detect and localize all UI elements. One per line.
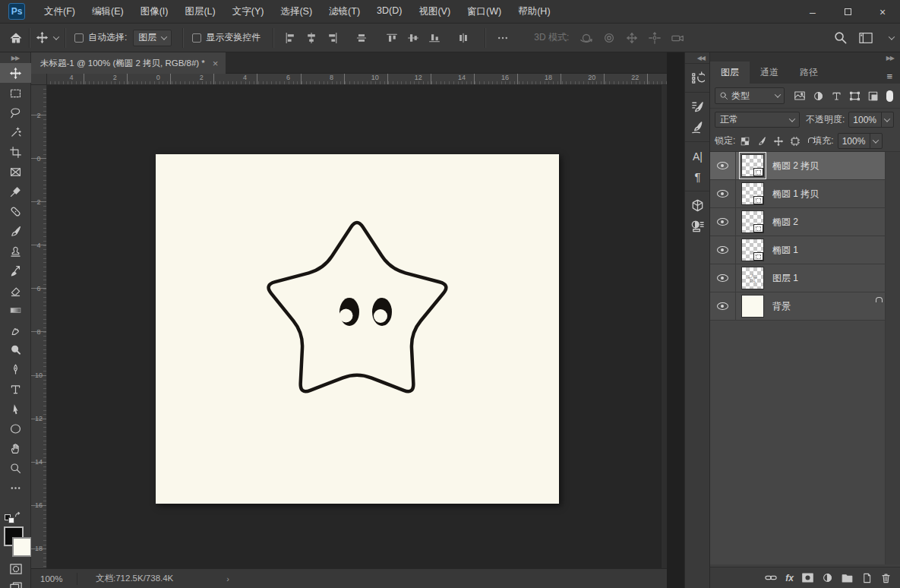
- menu-item[interactable]: 编辑(E): [84, 1, 132, 23]
- filter-pixel-layers-icon[interactable]: [794, 90, 806, 101]
- layer-name[interactable]: 图层 1: [772, 272, 798, 285]
- tab-channels[interactable]: 通道: [750, 62, 789, 84]
- hand-tool[interactable]: [0, 438, 31, 458]
- 3d-icon[interactable]: [685, 195, 710, 216]
- lock-artboard-icon[interactable]: [790, 136, 801, 147]
- visibility-toggle[interactable]: [710, 208, 736, 236]
- close-button[interactable]: ×: [865, 0, 900, 24]
- auto-select-checkbox[interactable]: [74, 33, 84, 43]
- filter-shape-layers-icon[interactable]: [849, 90, 861, 102]
- more-options-icon[interactable]: [496, 32, 510, 44]
- dodge-tool[interactable]: [0, 340, 31, 359]
- maximize-button[interactable]: [830, 0, 865, 24]
- link-layers-icon[interactable]: [764, 572, 778, 583]
- brush-tool[interactable]: [0, 221, 31, 241]
- menu-item[interactable]: 选择(S): [272, 1, 321, 23]
- paragraph-icon[interactable]: ¶: [685, 166, 710, 187]
- 3d-materials-icon[interactable]: [685, 216, 710, 236]
- show-transform-checkbox[interactable]: [192, 33, 201, 43]
- layer-row[interactable]: 椭圆 1: [710, 236, 885, 264]
- align-bottom-icon[interactable]: [428, 32, 441, 44]
- toolbar-collapse-icon[interactable]: ▶▶: [0, 52, 30, 63]
- layer-thumbnail[interactable]: [741, 154, 764, 177]
- layer-thumbnail[interactable]: ☆: [741, 267, 764, 289]
- layer-mask-icon[interactable]: [801, 572, 814, 583]
- brushes-icon[interactable]: [685, 117, 710, 138]
- layer-name[interactable]: 椭圆 2: [772, 216, 798, 229]
- workspace-chevron-icon[interactable]: [889, 33, 895, 40]
- zoom-tool[interactable]: [0, 458, 31, 478]
- adjustment-layer-icon[interactable]: [822, 572, 833, 583]
- tab-layers[interactable]: 图层: [710, 62, 750, 84]
- layer-name[interactable]: 椭圆 2 拷贝: [772, 160, 819, 172]
- menu-item[interactable]: 滤镜(T): [321, 1, 368, 23]
- history-brush-tool[interactable]: [0, 261, 31, 280]
- layer-row[interactable]: ☆ 图层 1: [710, 264, 885, 292]
- layer-row[interactable]: 椭圆 2 拷贝: [710, 152, 885, 180]
- filter-type-dropdown[interactable]: 类型: [715, 87, 785, 104]
- menu-item[interactable]: 图层(L): [176, 1, 223, 23]
- dock-expand-icon[interactable]: ◀◀: [685, 52, 709, 63]
- home-icon[interactable]: [9, 31, 23, 45]
- crop-tool[interactable]: [0, 142, 31, 162]
- lock-transparent-icon[interactable]: [740, 136, 750, 147]
- vertical-scrollbar[interactable]: [661, 85, 667, 568]
- visibility-toggle[interactable]: [710, 236, 736, 264]
- distribute-h-icon[interactable]: [355, 32, 368, 44]
- menu-item[interactable]: 3D(D): [368, 1, 410, 23]
- smudge-tool[interactable]: [0, 320, 31, 340]
- move-tool-option-icon[interactable]: [36, 31, 58, 44]
- fill-field[interactable]: 100%: [838, 133, 883, 149]
- layer-name[interactable]: 椭圆 1 拷贝: [772, 188, 819, 201]
- menu-item[interactable]: 文件(F): [36, 1, 84, 23]
- visibility-toggle[interactable]: [710, 152, 736, 179]
- layer-thumbnail[interactable]: [741, 239, 764, 261]
- layer-row[interactable]: 椭圆 1 拷贝: [710, 180, 885, 208]
- menu-item[interactable]: 文字(Y): [224, 1, 273, 23]
- rectangular-marquee-tool[interactable]: [0, 83, 31, 103]
- distribute-v-icon[interactable]: [457, 32, 469, 44]
- layer-name[interactable]: 椭圆 1: [772, 244, 798, 257]
- zoom-level-field[interactable]: 100%: [31, 574, 77, 583]
- status-chevron-icon[interactable]: ›: [226, 574, 229, 583]
- menu-item[interactable]: 窗口(W): [459, 1, 510, 23]
- screen-mode-icon[interactable]: [0, 578, 31, 588]
- opacity-field[interactable]: 100%: [848, 112, 894, 128]
- layer-thumbnail[interactable]: [741, 295, 764, 318]
- ellipse-shape-tool[interactable]: [0, 419, 31, 438]
- more-tools-icon[interactable]: [0, 478, 31, 498]
- path-selection-tool[interactable]: [0, 399, 31, 419]
- filter-toggle-pill[interactable]: [886, 90, 893, 102]
- align-left-icon[interactable]: [284, 32, 296, 44]
- workspace-icon[interactable]: [858, 31, 873, 45]
- clone-stamp-tool[interactable]: [0, 241, 31, 261]
- gradient-tool[interactable]: [0, 300, 31, 320]
- brush-settings-icon[interactable]: [685, 96, 710, 117]
- magic-wand-tool[interactable]: [0, 122, 31, 142]
- background-color-swatch[interactable]: [12, 537, 32, 557]
- new-layer-icon[interactable]: [861, 572, 873, 584]
- type-tool[interactable]: [0, 379, 31, 399]
- history-icon[interactable]: [685, 68, 710, 88]
- document-canvas[interactable]: [156, 154, 559, 504]
- layer-thumbnail[interactable]: [741, 182, 764, 205]
- blend-mode-dropdown[interactable]: 正常: [715, 112, 800, 128]
- pen-tool[interactable]: [0, 359, 31, 379]
- layer-style-fx-icon[interactable]: fx: [785, 573, 794, 583]
- group-folder-icon[interactable]: [841, 572, 854, 583]
- visibility-toggle[interactable]: [710, 264, 736, 292]
- filter-adjustment-layers-icon[interactable]: [813, 90, 824, 102]
- menu-item[interactable]: 帮助(H): [510, 1, 558, 23]
- tab-close-icon[interactable]: ×: [213, 58, 219, 69]
- move-tool[interactable]: [0, 63, 31, 83]
- delete-layer-trash-icon[interactable]: [880, 572, 892, 584]
- align-middle-icon[interactable]: [407, 32, 419, 44]
- lasso-tool[interactable]: [0, 103, 31, 122]
- layer-list-scrollbar-gutter[interactable]: [885, 152, 900, 564]
- layer-row[interactable]: 背景: [710, 292, 885, 321]
- frame-tool[interactable]: [0, 162, 31, 182]
- layer-row[interactable]: 椭圆 2: [710, 208, 885, 236]
- quick-mask-icon[interactable]: [0, 560, 31, 578]
- filter-smart-objects-icon[interactable]: [867, 90, 879, 102]
- canvas-view[interactable]: [47, 85, 667, 568]
